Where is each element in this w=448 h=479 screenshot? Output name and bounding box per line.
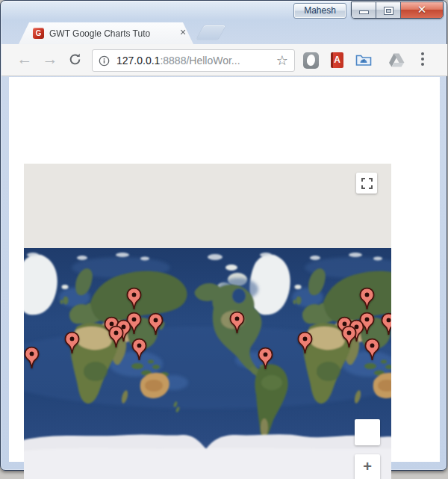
title-bar[interactable]: Mahesh ✕	[1, 1, 447, 22]
map-marker[interactable]	[108, 325, 124, 349]
address-bar[interactable]: 127.0.0.1:8888/HelloWor... ☆	[92, 49, 295, 72]
minimize-button[interactable]	[352, 2, 376, 18]
reload-button[interactable]	[68, 52, 82, 67]
tab-close-icon[interactable]: ×	[177, 27, 189, 39]
browser-menu-icon[interactable]	[421, 52, 424, 55]
new-tab-button[interactable]	[196, 25, 225, 40]
map-marker[interactable]	[359, 287, 375, 311]
browser-window: Mahesh ✕ G GWT Google Charts Tuto × ← →	[0, 0, 447, 471]
tab-strip: G GWT Google Charts Tuto ×	[1, 22, 447, 44]
extension-dictionary-icon[interactable]: A	[331, 52, 343, 68]
minimize-icon	[360, 11, 368, 13]
shield-inner	[306, 54, 316, 66]
url-text[interactable]: 127.0.0.1:8888/HelloWor...	[116, 55, 240, 67]
map-marker[interactable]	[131, 338, 147, 362]
tab-title: GWT Google Charts Tuto	[49, 22, 190, 44]
page-info-icon[interactable]	[99, 55, 110, 67]
navigation-toolbar: ← → 127.0.0.1:8888/HelloWor... ☆ A	[1, 44, 447, 76]
map-marker[interactable]	[148, 312, 164, 336]
map-marker[interactable]	[341, 325, 357, 349]
page-content: + − Map data ©2018 Imagery ©2018 Terms o…	[9, 77, 440, 462]
bookmark-star-icon[interactable]: ☆	[276, 54, 288, 67]
map-marker[interactable]	[64, 331, 80, 355]
maximize-button[interactable]	[376, 2, 401, 18]
zoom-in-button[interactable]: +	[355, 454, 380, 479]
window-controls: ✕	[351, 1, 444, 19]
url-path: :8888/HelloWor...	[160, 55, 240, 67]
fullscreen-button[interactable]	[356, 173, 377, 194]
url-host: 127.0.0.1	[116, 55, 160, 67]
pegman-control[interactable]	[355, 419, 380, 445]
zoom-control: + −	[355, 454, 380, 479]
close-icon: ✕	[401, 3, 443, 16]
extension-shield-icon[interactable]	[303, 52, 319, 69]
extension-drive-icon[interactable]	[388, 52, 405, 67]
forward-button[interactable]: →	[40, 49, 60, 69]
extension-download-folder-icon[interactable]	[355, 52, 372, 67]
tab-gwt-google-charts[interactable]: G GWT Google Charts Tuto ×	[19, 22, 193, 44]
back-button[interactable]: ←	[15, 49, 34, 69]
profile-button[interactable]: Mahesh	[293, 3, 346, 19]
map-marker[interactable]	[381, 312, 392, 336]
gwt-favicon-icon: G	[33, 28, 44, 39]
close-button[interactable]: ✕	[401, 2, 443, 18]
fullscreen-icon	[361, 178, 373, 189]
map-marker[interactable]	[258, 347, 273, 371]
google-map[interactable]: + − Map data ©2018 Imagery ©2018 Terms o…	[24, 164, 391, 479]
map-marker[interactable]	[297, 331, 313, 355]
marker-layer	[24, 164, 391, 479]
map-marker[interactable]	[24, 346, 40, 370]
map-marker[interactable]	[126, 287, 142, 311]
maximize-icon	[385, 7, 393, 14]
map-marker[interactable]	[364, 338, 380, 362]
map-marker[interactable]	[229, 311, 245, 335]
